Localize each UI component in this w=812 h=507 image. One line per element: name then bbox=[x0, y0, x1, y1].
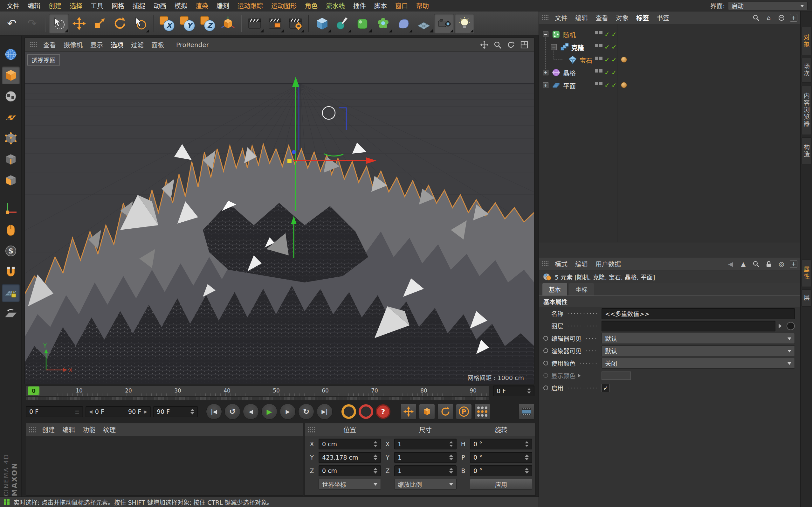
end-frame-field[interactable]: 90 F bbox=[153, 406, 198, 417]
interface-dropdown[interactable]: 启动 bbox=[728, 1, 808, 10]
viewport-toggle-icon[interactable] bbox=[519, 40, 529, 50]
tab-objects[interactable]: 对象 bbox=[802, 27, 811, 55]
next-key-button[interactable]: ↻ bbox=[298, 404, 314, 419]
object-row-gem[interactable]: 宝石 ✓ ✓ bbox=[539, 53, 801, 66]
rotate-tool-button[interactable] bbox=[110, 14, 130, 34]
lock-icon[interactable] bbox=[764, 260, 773, 269]
workplane-mode-button[interactable] bbox=[2, 108, 20, 126]
drag-handle-icon[interactable] bbox=[542, 15, 549, 21]
target-icon[interactable]: ◎ bbox=[777, 260, 786, 269]
filter-icon[interactable] bbox=[777, 13, 786, 22]
tab-structure[interactable]: 构造 bbox=[802, 137, 811, 165]
workplane-lock-button[interactable] bbox=[2, 284, 20, 302]
drag-handle-icon[interactable] bbox=[30, 42, 37, 48]
tab-basic[interactable]: 基本 bbox=[542, 283, 567, 295]
snap-settings-button[interactable]: S bbox=[2, 242, 20, 260]
record-keyframe-button[interactable] bbox=[341, 404, 356, 419]
enabled-check-icon[interactable]: ✓ bbox=[604, 69, 610, 76]
material-menu-edit[interactable]: 编辑 bbox=[59, 425, 79, 434]
collapse-icon[interactable]: − bbox=[551, 44, 557, 50]
spinner-icon[interactable] bbox=[447, 468, 453, 473]
menu-file[interactable]: 文件 bbox=[3, 0, 23, 11]
pos-x-field[interactable]: 0 cm bbox=[319, 439, 381, 449]
menu-character[interactable]: 角色 bbox=[301, 0, 322, 11]
move-tool-button[interactable] bbox=[69, 14, 89, 34]
spinner-icon[interactable] bbox=[522, 468, 529, 473]
add-subdivision-surface-button[interactable] bbox=[353, 14, 373, 34]
menu-animate[interactable]: 动画 bbox=[149, 0, 171, 11]
preview-range-field[interactable]: ◀ 0 F 90 F ▶ bbox=[85, 406, 151, 417]
history-up-icon[interactable]: ▲ bbox=[739, 260, 748, 269]
menu-mograph[interactable]: 运动图形 bbox=[267, 0, 301, 11]
tab-layers[interactable]: 层 bbox=[802, 289, 811, 306]
visibility-dots[interactable] bbox=[595, 82, 603, 85]
vp-menu-camera[interactable]: 摄像机 bbox=[60, 40, 86, 49]
viewport-rotate-icon[interactable] bbox=[506, 40, 516, 50]
enabled-check-icon[interactable]: ✓ bbox=[604, 56, 610, 64]
visibility-dots[interactable] bbox=[595, 44, 603, 47]
add-camera-button[interactable] bbox=[434, 14, 454, 34]
keyframe-circle-icon[interactable] bbox=[543, 336, 548, 341]
scale-tool-button[interactable] bbox=[90, 14, 109, 34]
make-editable-button[interactable] bbox=[2, 46, 20, 63]
keyframe-selection-button[interactable] bbox=[474, 404, 490, 419]
enabled-check-icon[interactable]: ✓ bbox=[611, 81, 617, 89]
enabled-check-icon[interactable]: ✓ bbox=[611, 56, 617, 64]
redo-button[interactable]: ↷ bbox=[22, 14, 42, 34]
workplane-align-button[interactable] bbox=[2, 305, 20, 323]
texture-tag-icon[interactable] bbox=[621, 57, 627, 63]
render-to-picture-viewer-button[interactable] bbox=[265, 14, 285, 34]
current-frame-field[interactable]: 0 F ≡ bbox=[26, 406, 83, 417]
menu-create[interactable]: 创建 bbox=[45, 0, 65, 11]
spinner-icon[interactable] bbox=[524, 388, 531, 394]
keyframe-options-button[interactable]: ? bbox=[376, 404, 390, 419]
viewport-zoom-icon[interactable] bbox=[493, 40, 502, 50]
menu-plugins[interactable]: 插件 bbox=[349, 0, 370, 11]
visibility-dots[interactable] bbox=[595, 57, 603, 60]
rot-b-field[interactable]: 0 ° bbox=[470, 465, 532, 476]
undo-button[interactable]: ↶ bbox=[2, 14, 22, 34]
object-row-cloner[interactable]: − 克隆 ✓ ✓ bbox=[539, 41, 801, 53]
spinner-icon[interactable] bbox=[522, 441, 529, 447]
tab-coordinates[interactable]: 坐标 bbox=[569, 283, 594, 295]
key-rotation-button[interactable] bbox=[437, 404, 453, 419]
viewport-pan-icon[interactable] bbox=[480, 40, 489, 50]
expand-icon[interactable]: + bbox=[543, 70, 549, 75]
key-scale-button[interactable] bbox=[419, 404, 435, 419]
menu-snap[interactable]: 捕捉 bbox=[128, 0, 149, 11]
menu-pipeline[interactable]: 流水线 bbox=[322, 0, 349, 11]
menu-tools[interactable]: 工具 bbox=[86, 0, 108, 11]
object-row-random[interactable]: − 随机 ✓ ✓ bbox=[539, 28, 801, 41]
coordinate-system-button[interactable] bbox=[218, 14, 238, 34]
vp-menu-options[interactable]: 选项 bbox=[107, 40, 127, 49]
history-back-icon[interactable]: ◀ bbox=[726, 260, 735, 269]
menu-render[interactable]: 渲染 bbox=[191, 0, 212, 11]
timeline-ruler[interactable]: 0 10 20 30 40 50 60 70 80 90 bbox=[26, 386, 489, 396]
view-label[interactable]: 透视视图 bbox=[27, 54, 60, 65]
menu-simulate[interactable]: 模拟 bbox=[171, 0, 191, 11]
visibility-dots[interactable] bbox=[595, 31, 603, 34]
name-field[interactable]: <<多重数值>> bbox=[602, 308, 795, 319]
previous-frame-button[interactable]: ◀ bbox=[243, 404, 259, 419]
apply-button[interactable]: 应用 bbox=[470, 479, 532, 490]
menu-motion-tracker[interactable]: 运动跟踪 bbox=[233, 0, 267, 11]
new-panel-icon[interactable]: + bbox=[790, 260, 797, 268]
layer-field[interactable] bbox=[602, 321, 775, 331]
menu-window[interactable]: 窗口 bbox=[391, 0, 412, 11]
size-z-field[interactable]: 1 bbox=[394, 465, 456, 476]
add-cube-button[interactable] bbox=[312, 14, 332, 34]
tab-attributes[interactable]: 属性 bbox=[802, 260, 811, 287]
viewport-scene[interactable]: 透视视图 bbox=[25, 52, 534, 384]
lock-z-axis-button[interactable]: Z bbox=[198, 14, 217, 34]
autokey-button[interactable] bbox=[359, 404, 373, 419]
key-position-button[interactable] bbox=[400, 404, 417, 419]
vp-menu-panel[interactable]: 面板 bbox=[147, 40, 168, 49]
material-menu-function[interactable]: 功能 bbox=[79, 425, 99, 434]
enabled-check-icon[interactable]: ✓ bbox=[604, 31, 610, 38]
collapse-icon[interactable]: − bbox=[543, 32, 549, 37]
next-frame-button[interactable]: ▶ bbox=[280, 404, 296, 419]
layer-browse-icon[interactable] bbox=[787, 322, 795, 330]
enable-snap-button[interactable] bbox=[2, 263, 20, 281]
enabled-check-icon[interactable]: ✓ bbox=[611, 43, 617, 51]
timeline-window-button[interactable] bbox=[518, 404, 535, 419]
